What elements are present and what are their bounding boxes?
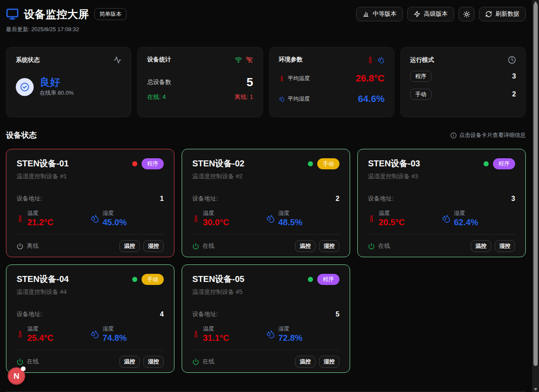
program-mode-chip: 程序 <box>410 71 432 82</box>
device-description: 温湿度控制设备 #1 <box>17 173 164 180</box>
refresh-icon <box>485 11 492 17</box>
thermometer-icon <box>368 215 375 222</box>
humidity-control-button[interactable]: 湿控 <box>143 240 164 252</box>
device-address-value: 4 <box>160 311 164 318</box>
info-icon <box>450 132 457 139</box>
device-description: 温湿度控制设备 #5 <box>192 288 339 296</box>
humidity-value: 74.8% <box>103 333 127 343</box>
device-section-header: 设备状态 点击设备卡片查看详细信息 <box>6 130 526 140</box>
footer-divider <box>6 391 526 392</box>
dev-notification-button[interactable]: N <box>8 367 25 385</box>
device-address-label: 设备地址: <box>192 195 218 203</box>
device-address-value: 1 <box>160 195 164 203</box>
temp-control-button[interactable]: 温控 <box>295 240 316 252</box>
device-name: STEN设备-01 <box>17 158 69 169</box>
online-count-text: 在线: 4 <box>147 93 166 101</box>
refresh-data-label: 刷新数据 <box>496 10 519 18</box>
temperature-value: 31.1°C <box>203 333 229 343</box>
device-status-text: 在线 <box>203 242 214 250</box>
environment-title: 环境参数 <box>279 56 303 64</box>
medium-version-label: 中等版本 <box>373 10 397 18</box>
theme-toggle-button[interactable] <box>458 7 475 21</box>
device-name: STEN设备-05 <box>192 273 244 285</box>
manual-mode-chip: 手动 <box>410 89 432 100</box>
manual-mode-count: 2 <box>512 90 516 98</box>
scrollbar-thumb[interactable] <box>533 3 538 366</box>
wifi-off-icon <box>246 56 253 64</box>
header-actions: 中等版本 高级版本 刷新数据 <box>356 7 526 21</box>
device-description: 温湿度控制设备 #4 <box>17 288 164 296</box>
temperature-label: 温度 <box>203 209 229 217</box>
temperature-label: 温度 <box>379 209 405 217</box>
stats-row: 系统状态 良好 在线率 80.0% 设备统计 <box>6 47 526 117</box>
section-hint: 点击设备卡片查看详细信息 <box>450 131 526 139</box>
device-address-value: 2 <box>336 195 339 203</box>
avg-temp-label: 平均温度 <box>288 75 310 82</box>
activity-icon <box>113 56 122 64</box>
device-name: STEN设备-04 <box>17 273 69 285</box>
device-name: STEN设备-02 <box>192 158 244 169</box>
header-left: 设备监控大屏 简单版本 <box>6 7 127 21</box>
humidity-label: 湿度 <box>454 209 478 217</box>
avg-humidity-label: 平均湿度 <box>288 95 310 103</box>
online-rate-text: 在线率 80.0% <box>40 89 73 97</box>
version-badge: 简单版本 <box>94 8 127 20</box>
device-card[interactable]: STEN设备-01 程序 温湿度控制设备 #1 设备地址: 1 温度 21.2°… <box>6 149 174 257</box>
power-icon <box>17 243 23 250</box>
monitor-icon <box>6 8 19 20</box>
power-icon <box>192 358 199 365</box>
device-status-text: 在线 <box>27 358 39 366</box>
run-mode-title: 运行模式 <box>410 56 434 64</box>
device-card[interactable]: STEN设备-03 程序 温湿度控制设备 #3 设备地址: 3 温度 20.5°… <box>357 149 526 257</box>
device-stats-title: 设备统计 <box>147 56 171 64</box>
device-mode-badge: 手动 <box>142 274 164 285</box>
temp-control-button[interactable]: 温控 <box>295 356 316 368</box>
temp-control-button[interactable]: 温控 <box>119 356 140 368</box>
device-name: STEN设备-03 <box>368 158 420 169</box>
temp-control-button[interactable]: 温控 <box>471 240 491 252</box>
temperature-value: 25.4°C <box>27 333 53 343</box>
device-grid: STEN设备-01 程序 温湿度控制设备 #1 设备地址: 1 温度 21.2°… <box>6 149 526 373</box>
humidity-control-button[interactable]: 湿控 <box>319 240 339 252</box>
humidity-control-button[interactable]: 湿控 <box>319 356 339 368</box>
device-card[interactable]: STEN设备-02 手动 温湿度控制设备 #2 设备地址: 2 温度 30.0°… <box>182 149 350 257</box>
advanced-version-button[interactable]: 高级版本 <box>407 7 454 21</box>
notification-dot-icon <box>21 366 26 371</box>
temperature-value: 30.0°C <box>203 217 229 227</box>
scroll-down-icon[interactable] <box>534 388 537 391</box>
scrollbar[interactable] <box>532 0 539 392</box>
header: 设备监控大屏 简单版本 中等版本 高级版本 <box>6 7 526 21</box>
droplet-icon <box>90 214 99 223</box>
avg-humidity-value: 64.6% <box>358 93 384 105</box>
humidity-label: 湿度 <box>278 209 303 217</box>
device-address-label: 设备地址: <box>17 195 42 203</box>
thermometer-icon <box>17 331 24 338</box>
droplet-icon <box>377 56 385 64</box>
device-mode-badge: 程序 <box>142 158 164 169</box>
device-status-text: 离线 <box>27 242 39 250</box>
device-card[interactable]: STEN设备-05 程序 温湿度控制设备 #5 设备地址: 5 温度 31.1°… <box>182 264 350 373</box>
device-description: 温湿度控制设备 #2 <box>192 173 339 180</box>
divider <box>192 234 339 235</box>
device-address-label: 设备地址: <box>192 311 218 318</box>
temperature-value: 21.2°C <box>27 217 53 227</box>
device-card[interactable]: STEN设备-04 手动 温湿度控制设备 #4 设备地址: 4 温度 25.4°… <box>6 264 174 373</box>
refresh-data-button[interactable]: 刷新数据 <box>479 7 526 21</box>
humidity-control-button[interactable]: 湿控 <box>495 240 515 252</box>
divider <box>17 350 164 350</box>
temperature-label: 温度 <box>27 325 53 333</box>
humidity-control-button[interactable]: 湿控 <box>143 356 164 368</box>
system-status-card: 系统状态 良好 在线率 80.0% <box>6 47 131 117</box>
system-status-title: 系统状态 <box>16 56 40 64</box>
program-mode-count: 3 <box>512 73 516 80</box>
thermometer-icon <box>279 75 285 81</box>
droplet-icon <box>90 330 99 339</box>
system-status-value: 良好 <box>40 77 73 88</box>
section-hint-text: 点击设备卡片查看详细信息 <box>459 131 526 139</box>
status-dot-icon <box>484 161 489 166</box>
thermometer-icon <box>367 56 374 64</box>
check-circle-icon <box>16 78 34 96</box>
medium-version-button[interactable]: 中等版本 <box>356 7 403 21</box>
temp-control-button[interactable]: 温控 <box>119 240 140 252</box>
power-icon <box>192 243 199 250</box>
